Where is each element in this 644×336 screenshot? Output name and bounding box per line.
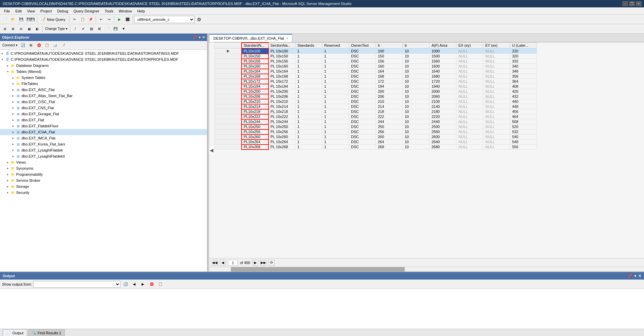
cell-r4-c7[interactable]: 10 bbox=[403, 69, 430, 74]
cell-r8-c2[interactable]: PL 10x200 bbox=[268, 89, 295, 94]
tb2-run-btn[interactable]: ! bbox=[71, 25, 79, 33]
cell-r15-c8[interactable]: 2500 bbox=[430, 124, 456, 129]
tree-item-t11[interactable]: ▸⊞dbo.EXT_LysaghtFlatdek bbox=[0, 147, 207, 153]
tb2-grid-btn[interactable]: ⊞ bbox=[96, 25, 103, 33]
tree-item-t6[interactable]: ▸⊞dbo.EXT_Flat bbox=[0, 117, 207, 123]
cell-r6-c9[interactable]: NULL bbox=[456, 79, 483, 84]
cell-r4-c1[interactable]: PL10x164 bbox=[242, 69, 268, 74]
cell-r8-c5[interactable]: DSC bbox=[349, 89, 376, 94]
cell-r6-c10[interactable]: NULL bbox=[483, 79, 510, 84]
bottom-tab-find-results-1[interactable]: 🔍 Find Results 1 bbox=[28, 329, 65, 336]
cell-r7-c5[interactable]: DSC bbox=[349, 84, 376, 89]
oe-stop-button[interactable]: ⛔ bbox=[35, 42, 43, 49]
cell-r10-c7[interactable]: 10 bbox=[403, 99, 430, 104]
cell-r9-c6[interactable]: 206 bbox=[376, 94, 403, 99]
cell-r9-c9[interactable]: NULL bbox=[456, 94, 483, 99]
table-row[interactable]: PL10x218PL 10x21811DSC218102180NULLNULL4… bbox=[215, 109, 537, 114]
output-close-icon[interactable]: ✕ bbox=[638, 274, 641, 278]
tree-expand-servicebroker[interactable]: ▸ bbox=[5, 178, 10, 183]
cell-r11-c3[interactable]: 1 bbox=[295, 104, 322, 109]
col-header-6[interactable]: h bbox=[376, 43, 403, 48]
table-row[interactable]: PL10x206PL 10x20611DSC206102060NULLNULL4… bbox=[215, 94, 537, 99]
cell-r1-c1[interactable]: PL10x150 bbox=[242, 54, 268, 59]
cell-r17-c2[interactable]: PL 10x260 bbox=[268, 134, 295, 139]
cell-r19-c1[interactable]: PL10x268 bbox=[242, 144, 268, 150]
cell-r5-c1[interactable]: PL10x168 bbox=[242, 74, 268, 79]
menu-item-window[interactable]: Window bbox=[116, 8, 135, 14]
cell-r15-c3[interactable]: 1 bbox=[295, 124, 322, 129]
cell-r6-c11[interactable]: 364 bbox=[510, 79, 537, 84]
cell-r13-c8[interactable]: 2220 bbox=[430, 114, 456, 119]
cell-r9-c1[interactable]: PL10x206 bbox=[242, 94, 268, 99]
cell-r16-c4[interactable]: 1 bbox=[322, 129, 349, 134]
cell-r5-c3[interactable]: 1 bbox=[295, 74, 322, 79]
cell-r18-c9[interactable]: NULL bbox=[456, 139, 483, 144]
cell-r15-c1[interactable]: PL10x250 bbox=[242, 124, 268, 129]
cell-r5-c11[interactable]: 356 bbox=[510, 74, 537, 79]
tree-expand-t11[interactable]: ▸ bbox=[11, 148, 15, 153]
cell-r10-c5[interactable]: DSC bbox=[349, 99, 376, 104]
cell-r11-c2[interactable]: PL 10x214 bbox=[268, 104, 295, 109]
cell-r3-c9[interactable]: NULL bbox=[456, 64, 483, 69]
tree-expand-tables[interactable]: ▾ bbox=[5, 69, 10, 74]
menu-item-help[interactable]: Help bbox=[135, 8, 148, 14]
tree-item-t9[interactable]: ▸⊞dbo.EXT_IMCA_Flat bbox=[0, 135, 207, 141]
tree-item-t8[interactable]: ▸⊞dbo.EXT_ICHA_Flat bbox=[0, 129, 207, 135]
cell-r7-c7[interactable]: 10 bbox=[403, 84, 430, 89]
output-prev-button[interactable]: ◀ bbox=[131, 281, 138, 288]
cell-r0-c11[interactable]: 220 bbox=[510, 48, 537, 54]
cell-r6-c3[interactable]: 1 bbox=[295, 79, 322, 84]
cell-r8-c7[interactable]: 10 bbox=[403, 89, 430, 94]
tree-item-views[interactable]: ▸📁Views bbox=[0, 159, 207, 165]
table-row[interactable]: PL10x222PL 10x22211DSC222102220NULLNULL4… bbox=[215, 114, 537, 119]
tree-expand-programmability[interactable]: ▸ bbox=[5, 172, 10, 177]
cell-r18-c8[interactable]: 2640 bbox=[430, 139, 456, 144]
cell-r17-c8[interactable]: 2600 bbox=[430, 134, 456, 139]
tb2-more-btn[interactable]: ▼ bbox=[120, 25, 127, 33]
cell-r10-c4[interactable]: 1 bbox=[322, 99, 349, 104]
output-stop-button[interactable]: ⛔ bbox=[148, 281, 155, 288]
menu-item-view[interactable]: View bbox=[24, 8, 38, 14]
cell-r14-c4[interactable]: 1 bbox=[322, 119, 349, 124]
cell-r8-c11[interactable]: 420 bbox=[510, 89, 537, 94]
cell-r19-c10[interactable]: NULL bbox=[483, 144, 510, 150]
paste-button[interactable]: 📌 bbox=[87, 16, 94, 23]
cell-r3-c6[interactable]: 160 bbox=[376, 64, 403, 69]
cell-r18-c10[interactable]: NULL bbox=[483, 139, 510, 144]
cell-r14-c9[interactable]: NULL bbox=[456, 119, 483, 124]
cell-r12-c5[interactable]: DSC bbox=[349, 109, 376, 114]
oe-scripting-button[interactable]: 📝 bbox=[59, 42, 67, 49]
cell-r0-c6[interactable]: 100 bbox=[376, 48, 403, 54]
menu-item-tools[interactable]: Tools bbox=[102, 8, 116, 14]
cell-r19-c5[interactable]: DSC bbox=[349, 144, 376, 150]
cell-r14-c1[interactable]: PL10x244 bbox=[242, 119, 268, 124]
cell-r13-c9[interactable]: NULL bbox=[456, 114, 483, 119]
cell-r18-c6[interactable]: 264 bbox=[376, 139, 403, 144]
cell-r3-c10[interactable]: NULL bbox=[483, 64, 510, 69]
tb2-btn2[interactable]: ⊠ bbox=[9, 25, 17, 33]
cell-r3-c5[interactable]: DSC bbox=[349, 64, 376, 69]
cell-r14-c11[interactable]: 508 bbox=[510, 119, 537, 124]
cell-r2-c9[interactable]: NULL bbox=[456, 59, 483, 64]
cell-r16-c10[interactable]: NULL bbox=[483, 129, 510, 134]
cell-r1-c4[interactable]: 1 bbox=[322, 54, 349, 59]
tb2-btn4[interactable]: ▦ bbox=[26, 25, 33, 33]
tree-expand-diagrams[interactable]: ▸ bbox=[5, 63, 10, 68]
cell-r13-c2[interactable]: PL 10x222 bbox=[268, 114, 295, 119]
cell-r12-c7[interactable]: 10 bbox=[403, 109, 430, 114]
show-output-select[interactable] bbox=[33, 281, 120, 288]
cell-r3-c2[interactable]: PL 10x160 bbox=[268, 64, 295, 69]
new-query-button[interactable]: 📝 New Query bbox=[39, 16, 68, 23]
output-refresh-button[interactable]: 🔄 bbox=[122, 281, 129, 288]
tree-item-diagrams[interactable]: ▸📁Database Diagrams bbox=[0, 62, 207, 69]
cell-r10-c1[interactable]: PL10x210 bbox=[242, 99, 268, 104]
save-all-button[interactable]: 💾💾 bbox=[26, 16, 36, 23]
tree-expand-t9[interactable]: ▸ bbox=[11, 136, 15, 140]
oe-arrow-icon[interactable]: ▾ bbox=[199, 35, 201, 40]
cell-r4-c10[interactable]: NULL bbox=[483, 69, 510, 74]
menu-item-file[interactable]: File bbox=[1, 8, 13, 14]
cell-r11-c9[interactable]: NULL bbox=[456, 104, 483, 109]
change-type-button[interactable]: Change Type ▾ bbox=[44, 25, 68, 33]
tree-item-t3[interactable]: ▸⊞dbo.EXT_CISC_Flat bbox=[0, 99, 207, 105]
current-page-input[interactable] bbox=[228, 260, 238, 266]
